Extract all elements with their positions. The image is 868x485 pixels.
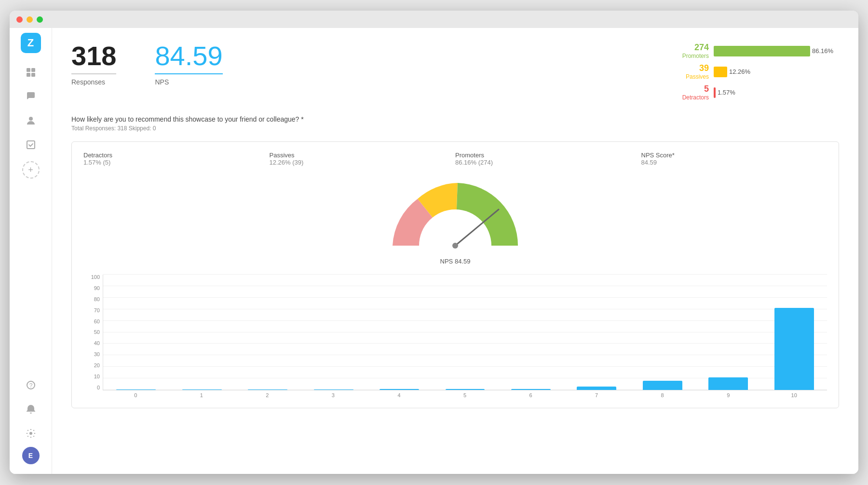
bar-col-6 — [498, 275, 564, 390]
col-detractors: Detractors 1.57% (5) — [83, 152, 270, 166]
y-label-20: 20 — [94, 363, 100, 368]
svg-rect-0 — [27, 68, 30, 72]
y-label-50: 50 — [94, 330, 100, 335]
detractors-pct: 1.57% — [718, 89, 735, 96]
x-label-7: 7 — [564, 392, 630, 398]
responses-stat: 318 Responses — [71, 42, 116, 86]
y-label-10: 10 — [94, 374, 100, 379]
passives-bar — [714, 67, 727, 77]
question-section: How likely are you to recommend this sho… — [71, 115, 839, 132]
nps-score: 84.59 — [155, 42, 222, 69]
nps-label: NPS — [155, 73, 222, 86]
x-label-5: 5 — [432, 392, 498, 398]
passives-bar-container: 12.26% — [714, 67, 839, 77]
sidebar: Z — [10, 28, 52, 474]
col-promoters: Promoters 86.16% (274) — [455, 152, 641, 166]
y-label-90: 90 — [94, 286, 100, 291]
bar-rect-0 — [116, 389, 156, 390]
x-label-6: 6 — [498, 392, 564, 398]
svg-rect-1 — [31, 68, 35, 72]
sidebar-item-users[interactable] — [20, 110, 41, 131]
sidebar-item-tasks[interactable] — [20, 134, 41, 155]
x-label-4: 4 — [366, 392, 432, 398]
bar-col-3 — [300, 275, 366, 390]
col-promoters-label: Promoters — [455, 152, 641, 159]
y-label-70: 70 — [94, 308, 100, 313]
sidebar-item-chat[interactable] — [20, 86, 41, 107]
col-detractors-value: 1.57% (5) — [83, 159, 270, 166]
promoters-count: 274 — [670, 42, 709, 53]
segments-block: 274 Promoters 86.16% 39 Passives — [670, 42, 839, 101]
bar-col-1 — [169, 275, 234, 390]
y-label-40: 40 — [94, 341, 100, 346]
x-labels: 012345678910 — [83, 392, 827, 398]
passives-count-label: 39 Passives — [670, 63, 709, 80]
app-logo[interactable]: Z — [21, 33, 41, 53]
bar-rect-9 — [708, 377, 748, 390]
sidebar-add-button[interactable]: + — [22, 161, 40, 179]
bar-chart-container: 100 90 80 70 60 50 40 30 20 10 0 — [83, 275, 827, 398]
header-stats: 318 Responses 84.59 NPS 274 Promoters — [71, 42, 839, 101]
svg-point-8 — [29, 432, 32, 435]
close-button[interactable] — [16, 16, 23, 23]
sidebar-nav: + — [20, 62, 41, 374]
nps-table-header: Detractors 1.57% (5) Passives 12.26% (39… — [83, 152, 827, 166]
y-label-80: 80 — [94, 297, 100, 302]
svg-rect-3 — [31, 73, 35, 77]
svg-rect-5 — [27, 141, 35, 149]
col-detractors-label: Detractors — [83, 152, 270, 159]
maximize-button[interactable] — [37, 16, 43, 23]
sidebar-item-settings[interactable] — [20, 423, 41, 444]
y-label-0: 0 — [97, 385, 100, 390]
bar-rect-6 — [511, 389, 551, 390]
sidebar-item-help[interactable]: ? — [20, 374, 41, 396]
passives-pct: 12.26% — [729, 68, 750, 75]
bar-chart-inner: 100 90 80 70 60 50 40 30 20 10 0 — [83, 275, 827, 390]
col-promoters-value: 86.16% (274) — [455, 159, 641, 166]
passives-row: 39 Passives 12.26% — [670, 63, 839, 80]
bar-col-8 — [630, 275, 695, 390]
col-passives-value: 12.26% (39) — [270, 159, 456, 166]
detractors-row: 5 Detractors 1.57% — [670, 84, 839, 101]
responses-label: Responses — [71, 73, 116, 86]
gauge-container: NPS 84.59 — [83, 176, 827, 270]
main-content: 318 Responses 84.59 NPS 274 Promoters — [52, 28, 858, 474]
x-label-3: 3 — [300, 392, 366, 398]
bar-rect-7 — [577, 387, 616, 390]
col-nps-score: NPS Score* 84.59 — [641, 152, 827, 166]
x-label-1: 1 — [169, 392, 235, 398]
bar-rect-10 — [774, 308, 814, 390]
col-passives-label: Passives — [270, 152, 456, 159]
gauge-label: NPS 84.59 — [440, 258, 471, 265]
user-avatar[interactable]: E — [22, 447, 40, 464]
col-passives: Passives 12.26% (39) — [270, 152, 456, 166]
y-label-60: 60 — [94, 319, 100, 324]
avatar-letter: E — [28, 452, 33, 459]
detractors-bar-container: 1.57% — [714, 87, 839, 98]
nps-card: Detractors 1.57% (5) Passives 12.26% (39… — [71, 141, 839, 408]
responses-count: 318 — [71, 42, 116, 69]
bar-rect-8 — [643, 381, 682, 390]
detractors-label: Detractors — [670, 94, 709, 101]
promoters-row: 274 Promoters 86.16% — [670, 42, 839, 59]
promoters-bar — [714, 46, 810, 56]
x-label-8: 8 — [629, 392, 695, 398]
svg-text:?: ? — [29, 382, 32, 389]
plus-icon: + — [28, 165, 33, 175]
y-label-30: 30 — [94, 352, 100, 357]
bar-col-5 — [432, 275, 498, 390]
nps-stat: 84.59 NPS — [155, 42, 222, 86]
bar-rect-3 — [314, 389, 353, 390]
sidebar-bottom: ? E — [20, 374, 41, 469]
sidebar-item-grid[interactable] — [20, 62, 41, 83]
bar-col-10 — [761, 275, 827, 390]
passives-label: Passives — [670, 73, 709, 80]
promoters-label: Promoters — [670, 53, 709, 59]
logo-letter: Z — [27, 37, 34, 49]
sidebar-item-bell[interactable] — [20, 399, 41, 420]
promoters-pct: 86.16% — [812, 47, 833, 55]
passives-count: 39 — [670, 63, 709, 73]
bar-col-4 — [366, 275, 432, 390]
minimize-button[interactable] — [27, 16, 33, 23]
titlebar — [10, 11, 858, 28]
